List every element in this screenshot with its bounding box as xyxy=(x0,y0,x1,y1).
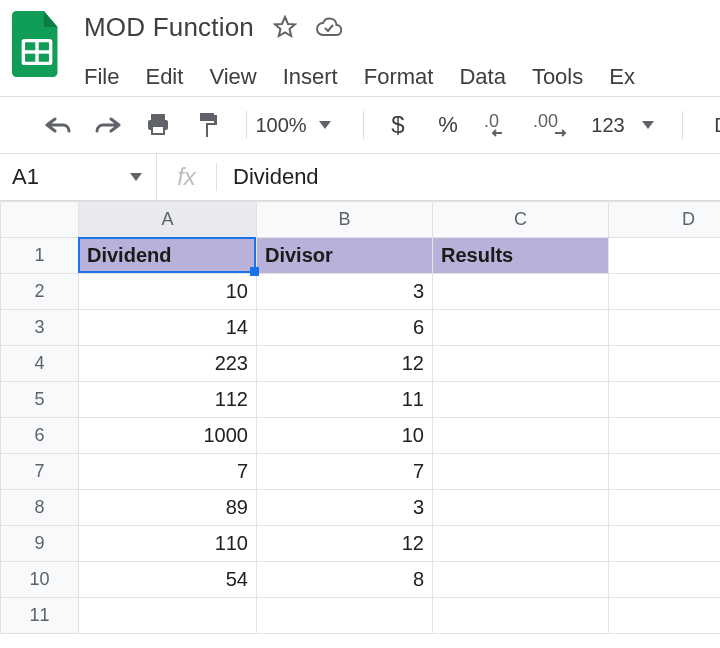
menu-edit[interactable]: Edit xyxy=(145,64,183,90)
cell-a1[interactable]: Dividend xyxy=(79,238,257,274)
cell[interactable] xyxy=(609,418,721,454)
cell[interactable] xyxy=(433,382,609,418)
doc-title[interactable]: MOD Function xyxy=(84,12,254,43)
zoom-level[interactable]: 100% xyxy=(261,105,301,145)
menu-data[interactable]: Data xyxy=(459,64,505,90)
row-header[interactable]: 9 xyxy=(1,526,79,562)
cell[interactable]: 8 xyxy=(257,562,433,598)
cell[interactable] xyxy=(433,562,609,598)
increase-decimal-icon[interactable]: .00 xyxy=(528,105,578,145)
format-currency[interactable]: $ xyxy=(378,105,418,145)
name-box[interactable]: A1 xyxy=(0,154,116,200)
cell[interactable] xyxy=(433,454,609,490)
row-header[interactable]: 11 xyxy=(1,598,79,634)
select-all-corner[interactable] xyxy=(1,202,79,238)
cell[interactable]: 7 xyxy=(79,454,257,490)
fx-icon: fx xyxy=(156,154,216,200)
paint-format-icon[interactable] xyxy=(188,105,228,145)
font-select[interactable]: De xyxy=(707,105,720,145)
row-header[interactable]: 5 xyxy=(1,382,79,418)
svg-text:.0: .0 xyxy=(484,113,499,131)
name-box-dropdown-icon[interactable] xyxy=(116,154,156,200)
menu-ext[interactable]: Ex xyxy=(609,64,635,90)
svg-marker-12 xyxy=(130,173,142,181)
menu-file[interactable]: File xyxy=(84,64,119,90)
row-header[interactable]: 4 xyxy=(1,346,79,382)
cell[interactable] xyxy=(433,310,609,346)
svg-text:.00: .00 xyxy=(533,113,558,131)
cell[interactable] xyxy=(609,562,721,598)
cell[interactable] xyxy=(79,598,257,634)
cell[interactable] xyxy=(609,526,721,562)
row-header[interactable]: 7 xyxy=(1,454,79,490)
cell[interactable]: 54 xyxy=(79,562,257,598)
cell[interactable] xyxy=(433,526,609,562)
cell[interactable] xyxy=(433,598,609,634)
cell-d1[interactable] xyxy=(609,238,721,274)
row-header[interactable]: 8 xyxy=(1,490,79,526)
cell[interactable] xyxy=(609,274,721,310)
menu-view[interactable]: View xyxy=(209,64,256,90)
svg-marker-11 xyxy=(642,121,654,129)
cell[interactable]: 14 xyxy=(79,310,257,346)
row-header[interactable]: 1 xyxy=(1,238,79,274)
row-header[interactable]: 10 xyxy=(1,562,79,598)
cell[interactable] xyxy=(609,346,721,382)
svg-marker-8 xyxy=(319,121,331,129)
cell[interactable]: 3 xyxy=(257,274,433,310)
cell[interactable] xyxy=(433,418,609,454)
sheets-logo[interactable] xyxy=(10,8,64,80)
row-header[interactable]: 6 xyxy=(1,418,79,454)
cell[interactable] xyxy=(433,490,609,526)
cloud-saved-icon[interactable] xyxy=(316,14,342,40)
col-header-d[interactable]: D xyxy=(609,202,721,238)
cell[interactable]: 10 xyxy=(79,274,257,310)
print-icon[interactable] xyxy=(138,105,178,145)
star-icon[interactable] xyxy=(272,14,298,40)
cell[interactable]: 7 xyxy=(257,454,433,490)
col-header-a[interactable]: A xyxy=(79,202,257,238)
cell[interactable]: 89 xyxy=(79,490,257,526)
cell[interactable] xyxy=(609,454,721,490)
cell[interactable] xyxy=(609,310,721,346)
spreadsheet-grid[interactable]: A B C D 1 Dividend Divisor Results 2103 … xyxy=(0,201,720,634)
cell[interactable] xyxy=(433,274,609,310)
cell[interactable] xyxy=(609,598,721,634)
cell[interactable]: 10 xyxy=(257,418,433,454)
svg-marker-3 xyxy=(275,17,295,36)
cell[interactable]: 11 xyxy=(257,382,433,418)
formula-bar: A1 fx Dividend xyxy=(0,153,720,201)
menu-tools[interactable]: Tools xyxy=(532,64,583,90)
svg-rect-6 xyxy=(152,126,164,134)
format-more[interactable]: 123 xyxy=(588,105,628,145)
cell[interactable] xyxy=(257,598,433,634)
format-percent[interactable]: % xyxy=(428,105,468,145)
cell[interactable] xyxy=(433,346,609,382)
cell[interactable]: 112 xyxy=(79,382,257,418)
cell[interactable]: 223 xyxy=(79,346,257,382)
cell[interactable]: 6 xyxy=(257,310,433,346)
menu-format[interactable]: Format xyxy=(364,64,434,90)
cell[interactable] xyxy=(609,490,721,526)
redo-icon[interactable] xyxy=(88,105,128,145)
cell[interactable]: 12 xyxy=(257,346,433,382)
zoom-dropdown-icon[interactable] xyxy=(305,105,345,145)
cell-b1[interactable]: Divisor xyxy=(257,238,433,274)
cell[interactable]: 110 xyxy=(79,526,257,562)
decrease-decimal-icon[interactable]: .0 xyxy=(478,105,518,145)
col-header-b[interactable]: B xyxy=(257,202,433,238)
row-header[interactable]: 3 xyxy=(1,310,79,346)
menu-insert[interactable]: Insert xyxy=(283,64,338,90)
cell[interactable]: 3 xyxy=(257,490,433,526)
cell[interactable]: 12 xyxy=(257,526,433,562)
cell-c1[interactable]: Results xyxy=(433,238,609,274)
svg-rect-4 xyxy=(151,114,165,120)
toolbar: 100% $ % .0 .00 123 De xyxy=(0,97,720,153)
format-more-dropdown-icon[interactable] xyxy=(628,105,668,145)
col-header-c[interactable]: C xyxy=(433,202,609,238)
undo-icon[interactable] xyxy=(38,105,78,145)
cell[interactable] xyxy=(609,382,721,418)
cell[interactable]: 1000 xyxy=(79,418,257,454)
row-header[interactable]: 2 xyxy=(1,274,79,310)
formula-input[interactable]: Dividend xyxy=(233,164,720,190)
